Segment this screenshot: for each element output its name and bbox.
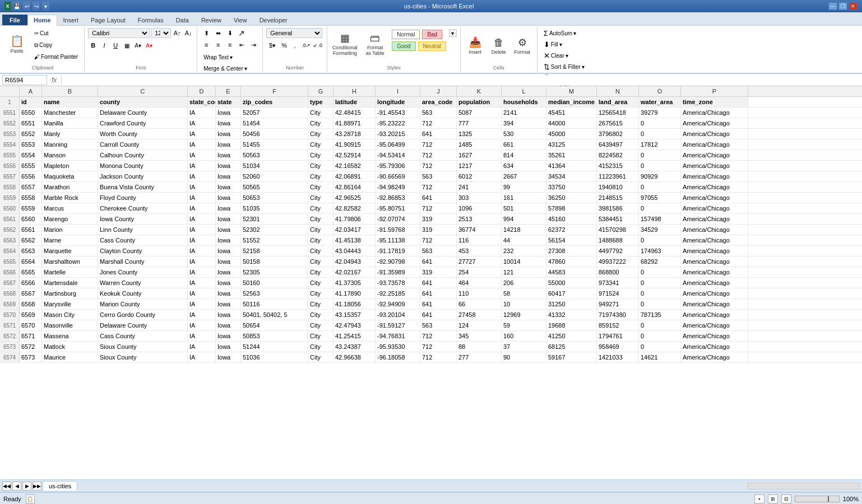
tab-page-layout[interactable]: Page Layout bbox=[85, 15, 132, 25]
cell[interactable]: Clayton County bbox=[98, 246, 188, 256]
cell[interactable]: 90929 bbox=[639, 171, 681, 181]
cell[interactable]: 41250 bbox=[546, 331, 597, 341]
style-good-box[interactable]: Good bbox=[392, 41, 415, 51]
merge-center-button[interactable]: Merge & Center ▾ bbox=[201, 63, 250, 74]
cell[interactable]: 254 bbox=[457, 267, 502, 277]
cell[interactable]: 6563 bbox=[20, 246, 42, 256]
table-row[interactable]: 65566555MapletonMonona CountyIAIowa51034… bbox=[0, 161, 862, 171]
cell[interactable]: 949271 bbox=[597, 299, 639, 309]
cell[interactable]: 712 bbox=[420, 331, 457, 341]
cell[interactable]: 50653 bbox=[241, 193, 308, 203]
cell[interactable]: 0 bbox=[639, 150, 681, 160]
cell[interactable]: 10 bbox=[502, 299, 546, 309]
cell[interactable]: 0 bbox=[639, 182, 681, 192]
cell[interactable]: City bbox=[308, 267, 333, 277]
table-row[interactable]: 65676566MartensdaleWarren CountyIAIowa50… bbox=[0, 278, 862, 288]
cell[interactable]: America/Chicago bbox=[681, 288, 748, 298]
font-name-select[interactable]: Calibri bbox=[88, 28, 150, 38]
cell[interactable]: 0 bbox=[639, 278, 681, 288]
table-row[interactable]: 65706569Mason CityCerro Gordo CountyIAIo… bbox=[0, 310, 862, 320]
cell[interactable]: America/Chicago bbox=[681, 342, 748, 352]
cell[interactable]: 68292 bbox=[639, 256, 681, 267]
cell[interactable]: Manchester bbox=[42, 108, 98, 118]
cell[interactable]: 641 bbox=[420, 310, 457, 320]
cell[interactable]: 52301 bbox=[241, 214, 308, 224]
cell[interactable]: Marengo bbox=[42, 214, 98, 224]
italic-btn[interactable]: I bbox=[99, 40, 109, 50]
cell[interactable]: 88 bbox=[457, 342, 502, 352]
align-center-btn[interactable]: ≡ bbox=[212, 40, 224, 50]
cell[interactable]: 51035 bbox=[241, 203, 308, 213]
cell[interactable]: 160 bbox=[502, 331, 546, 341]
cell[interactable]: 99 bbox=[502, 182, 546, 192]
col-header-C[interactable]: C bbox=[98, 86, 188, 96]
tab-developer[interactable]: Developer bbox=[253, 15, 294, 25]
cell[interactable]: 6570 bbox=[20, 320, 42, 330]
cell[interactable]: America/Chicago bbox=[681, 320, 748, 330]
cell[interactable]: IA bbox=[188, 118, 216, 128]
cell[interactable]: state bbox=[216, 97, 241, 107]
cell[interactable]: 661 bbox=[502, 139, 546, 150]
cell[interactable]: 51454 bbox=[241, 118, 308, 128]
cell[interactable]: 42.48415 bbox=[333, 108, 376, 118]
cell[interactable]: 42.96525 bbox=[333, 193, 376, 203]
table-row[interactable]: 65736572MatlockSioux CountyIAIowa51244Ci… bbox=[0, 342, 862, 352]
cell[interactable]: Keokuk County bbox=[98, 288, 188, 298]
cell[interactable]: America/Chicago bbox=[681, 331, 748, 341]
cell[interactable]: 59 bbox=[502, 320, 546, 330]
cell[interactable]: 51455 bbox=[241, 139, 308, 150]
table-row[interactable]: 65626561MarionLinn CountyIAIowa52302City… bbox=[0, 225, 862, 235]
cell[interactable]: Iowa bbox=[216, 256, 241, 267]
fill-color-btn[interactable]: A▾ bbox=[133, 40, 143, 50]
cell[interactable]: 6558 bbox=[20, 193, 42, 203]
cell[interactable]: 0 bbox=[639, 342, 681, 352]
cell[interactable]: 6556 bbox=[20, 171, 42, 181]
cell[interactable]: -91.59127 bbox=[376, 320, 420, 330]
cell[interactable]: 641 bbox=[420, 288, 457, 298]
cell[interactable]: 41.25415 bbox=[333, 331, 376, 341]
cell[interactable]: Iowa bbox=[216, 161, 241, 171]
sort-filter-button[interactable]: ⇅ Sort & Filter ▾ bbox=[541, 62, 587, 72]
font-size-select[interactable]: 12 bbox=[151, 28, 171, 38]
tab-data[interactable]: Data bbox=[170, 15, 195, 25]
cell[interactable]: Marathon bbox=[42, 182, 98, 192]
close-btn[interactable]: ✕ bbox=[849, 2, 858, 10]
cell[interactable]: 52305 bbox=[241, 267, 308, 277]
cell[interactable]: 1421033 bbox=[597, 352, 639, 362]
cell[interactable]: 50456 bbox=[241, 129, 308, 139]
cell[interactable]: 43.15357 bbox=[333, 310, 376, 320]
cell[interactable]: 712 bbox=[420, 352, 457, 362]
cell[interactable]: 14218 bbox=[502, 225, 546, 235]
cell[interactable]: 60417 bbox=[546, 288, 597, 298]
cell[interactable]: 14621 bbox=[639, 352, 681, 362]
table-row[interactable]: 65546553ManningCarroll CountyIAIowa51455… bbox=[0, 139, 862, 150]
cell[interactable]: households bbox=[502, 97, 546, 107]
format-table-button[interactable]: 🗃 Format as Table bbox=[361, 28, 389, 60]
normal-view-btn[interactable]: ▪ bbox=[754, 494, 764, 503]
table-row[interactable]: 65526551ManillaCrawford CountyIAIowa5145… bbox=[0, 118, 862, 129]
cell[interactable]: 2513 bbox=[457, 214, 502, 224]
cell[interactable]: 50654 bbox=[241, 320, 308, 330]
cell[interactable]: IA bbox=[188, 246, 216, 256]
cell[interactable]: Iowa bbox=[216, 331, 241, 341]
cell[interactable]: 6571 bbox=[20, 331, 42, 341]
cell[interactable]: City bbox=[308, 129, 333, 139]
cell[interactable]: area_code bbox=[420, 97, 457, 107]
cell[interactable]: IA bbox=[188, 108, 216, 118]
restore-btn[interactable]: ❐ bbox=[838, 2, 847, 10]
style-normal-box[interactable]: Normal bbox=[392, 30, 420, 39]
cell[interactable]: 50158 bbox=[241, 256, 308, 267]
cell[interactable]: -95.06499 bbox=[376, 139, 420, 150]
cell[interactable]: -95.23222 bbox=[376, 118, 420, 128]
cell[interactable]: Cass County bbox=[98, 331, 188, 341]
cell[interactable]: 4152315 bbox=[597, 161, 639, 171]
cell[interactable]: 43.24387 bbox=[333, 342, 376, 352]
cell[interactable]: America/Chicago bbox=[681, 225, 748, 235]
cell[interactable]: City bbox=[308, 214, 333, 224]
cell[interactable]: 12969 bbox=[502, 310, 546, 320]
cell[interactable]: 6552 bbox=[20, 129, 42, 139]
cell[interactable]: 1488688 bbox=[597, 235, 639, 245]
quick-redo-btn[interactable]: ↪ bbox=[33, 2, 40, 11]
cell[interactable]: 319 bbox=[420, 214, 457, 224]
tab-view[interactable]: View bbox=[228, 15, 253, 25]
